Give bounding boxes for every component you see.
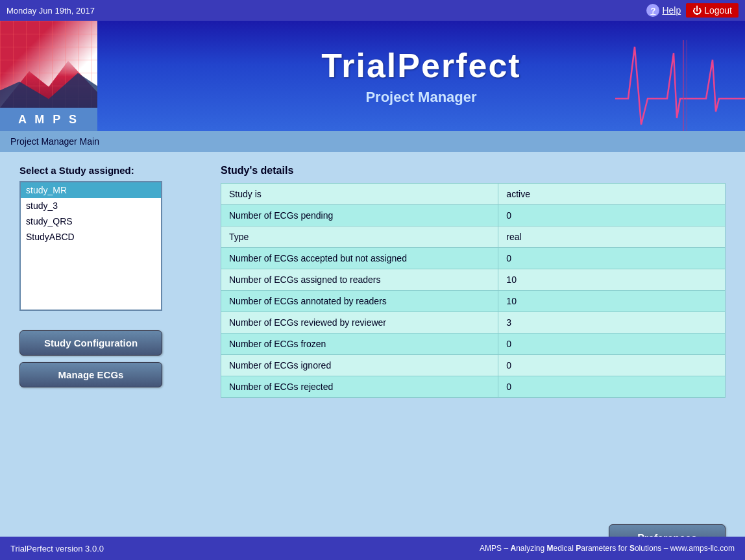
- row-value: active: [498, 184, 726, 205]
- row-label: Number of ECGs assigned to readers: [221, 269, 498, 291]
- row-value: 0: [498, 334, 726, 355]
- header: A M P S TrialPerfect Project Manager: [0, 21, 745, 131]
- study-list-item[interactable]: study_QRS: [21, 213, 161, 229]
- table-row: Number of ECGs rejected0: [221, 376, 726, 398]
- footer-company: AMPS – Analyzing Medical Parameters for …: [480, 544, 735, 553]
- help-label: Help: [662, 5, 681, 16]
- app-subtitle: Project Manager: [365, 89, 476, 106]
- breadcrumb: Project Manager Main: [0, 131, 745, 152]
- row-label: Number of ECGs rejected: [221, 376, 498, 398]
- table-row: Number of ECGs reviewed by reviewer3: [221, 312, 726, 334]
- row-value: 0: [498, 376, 726, 398]
- ecg-decoration: [615, 21, 745, 131]
- table-row: Number of ECGs accepted but not assigned…: [221, 248, 726, 269]
- logo-text: A M P S: [0, 108, 97, 131]
- row-value: 0: [498, 355, 726, 376]
- row-label: Number of ECGs frozen: [221, 334, 498, 355]
- ecg-svg: [615, 34, 745, 131]
- left-panel: Select a Study assigned: study_MR study_…: [19, 165, 201, 502]
- row-label: Number of ECGs reviewed by reviewer: [221, 312, 498, 334]
- help-button[interactable]: ? Help: [646, 4, 681, 17]
- logo-graphic: [0, 21, 97, 108]
- select-label: Select a Study assigned:: [19, 165, 201, 176]
- table-row: Typereal: [221, 226, 726, 248]
- row-label: Study is: [221, 184, 498, 205]
- footer: TrialPerfect version 3.0.0 AMPS – Analyz…: [0, 537, 745, 560]
- details-title: Study's details: [221, 165, 726, 177]
- logo-panel: A M P S: [0, 21, 97, 131]
- study-list-item[interactable]: study_3: [21, 198, 161, 213]
- table-row: Number of ECGs ignored0: [221, 355, 726, 376]
- left-buttons: Study Configuration Manage ECGs: [19, 330, 162, 387]
- row-value: 10: [498, 269, 726, 291]
- table-row: Number of ECGs pending0: [221, 205, 726, 226]
- logout-button[interactable]: ⏻ Logout: [686, 3, 739, 18]
- main-content: Select a Study assigned: study_MR study_…: [0, 152, 745, 515]
- row-value: 10: [498, 291, 726, 312]
- right-panel: Study's details Study isactiveNumber of …: [221, 165, 726, 502]
- table-row: Number of ECGs annotated by readers10: [221, 291, 726, 312]
- footer-version: TrialPerfect version 3.0.0: [10, 544, 104, 554]
- table-row: Study isactive: [221, 184, 726, 205]
- top-bar: Monday Jun 19th, 2017 ? Help ⏻ Logout: [0, 0, 745, 21]
- manage-ecgs-button[interactable]: Manage ECGs: [19, 362, 162, 387]
- table-row: Number of ECGs assigned to readers10: [221, 269, 726, 291]
- row-label: Number of ECGs ignored: [221, 355, 498, 376]
- breadcrumb-text: Project Manager Main: [10, 136, 99, 147]
- study-list-item[interactable]: study_MR: [21, 182, 161, 198]
- row-label: Number of ECGs accepted but not assigned: [221, 248, 498, 269]
- row-label: Number of ECGs annotated by readers: [221, 291, 498, 312]
- row-value: 3: [498, 312, 726, 334]
- row-value: real: [498, 226, 726, 248]
- logout-label: Logout: [704, 5, 732, 16]
- row-value: 0: [498, 205, 726, 226]
- top-actions: ? Help ⏻ Logout: [646, 3, 739, 18]
- study-list[interactable]: study_MR study_3 study_QRS StudyABCD: [19, 181, 162, 311]
- row-label: Number of ECGs pending: [221, 205, 498, 226]
- row-label: Type: [221, 226, 498, 248]
- help-icon: ?: [646, 4, 659, 17]
- date-label: Monday Jun 19th, 2017: [6, 6, 95, 16]
- table-row: Number of ECGs frozen0: [221, 334, 726, 355]
- study-list-item[interactable]: StudyABCD: [21, 229, 161, 245]
- app-title: TrialPerfect: [321, 46, 520, 85]
- row-value: 0: [498, 248, 726, 269]
- logo-grid: [0, 21, 97, 108]
- power-icon: ⏻: [692, 5, 702, 16]
- study-configuration-button[interactable]: Study Configuration: [19, 330, 162, 356]
- details-table: Study isactiveNumber of ECGs pending0Typ…: [221, 183, 726, 398]
